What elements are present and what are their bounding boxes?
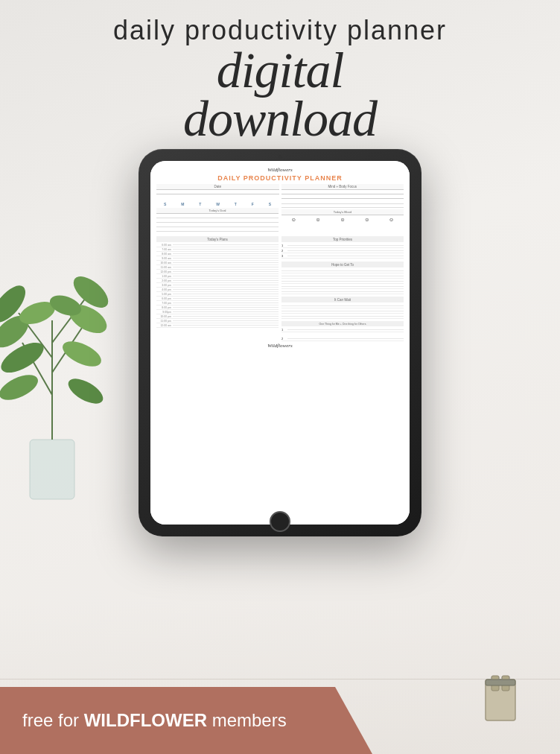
priority-row-1: 1 — [281, 243, 404, 248]
title-script-line1: digital — [0, 46, 560, 95]
svg-rect-19 — [486, 679, 515, 685]
days-row: S M T W T F S — [156, 202, 279, 206]
goal-line-4 — [156, 228, 279, 232]
mood-face-1: ☺ — [291, 217, 296, 222]
priorities-column: Top Priorities 1 2 3 Hope to Get To It C… — [281, 235, 404, 341]
hope-row-1 — [281, 268, 404, 273]
one-thing-header: One Thing for Me + One thing for Others — [281, 321, 404, 326]
mind-body-label: Mind + Body Focus — [281, 184, 404, 190]
day-f: F — [252, 202, 254, 206]
plans-priorities-section: Today's Plans 6:00 am 7:00 am 8:00 am 9:… — [156, 235, 404, 341]
mood-faces: ☺ ☺ ☺ ☺ ☺ — [281, 217, 404, 222]
title-script: digital download — [0, 46, 560, 142]
hope-row-3 — [281, 279, 404, 284]
time-row-1200am: 12:00 am — [156, 323, 279, 328]
day-m: M — [181, 202, 184, 206]
day-t1: T — [199, 202, 201, 206]
planner-main-title: DAILY PRODUCTIVITY PLANNER — [156, 174, 404, 182]
date-label: Date — [156, 184, 279, 190]
todays-goal-label: Today's Goal — [156, 208, 279, 214]
day-s2: S — [269, 202, 271, 206]
banner-text-highlight: WILDFLOWER — [84, 710, 207, 730]
mood-section: Today's Mood ☺ ☺ ☺ ☺ ☺ — [281, 200, 404, 232]
day-s1: S — [164, 202, 166, 206]
goal-line-3 — [156, 224, 279, 227]
svg-point-15 — [64, 374, 106, 409]
svg-point-14 — [0, 370, 42, 405]
todays-plans-header: Today's Plans — [156, 236, 279, 242]
hope-row-5 — [281, 289, 404, 294]
date-field: Date — [156, 184, 279, 199]
mood-face-5: ☺ — [389, 217, 394, 222]
ipad-camera — [279, 155, 282, 159]
goal-line-1 — [156, 215, 279, 218]
it-can-wait-header: It Can Wait — [281, 297, 404, 302]
top-priorities-header: Top Priorities — [281, 236, 404, 242]
ipad-outer-frame: Wildflowers DAILY PRODUCTIVITY PLANNER D… — [139, 149, 421, 536]
priority-row-3: 3 — [281, 253, 404, 259]
one-thing-row-2: 2 — [281, 336, 404, 341]
planner-content: Wildflowers DAILY PRODUCTIVITY PLANNER D… — [150, 161, 410, 525]
mood-face-2: ☺ — [316, 217, 321, 222]
wait-row-2 — [281, 308, 404, 314]
bottom-banner[interactable]: free for WILDFLOWER members — [0, 687, 372, 754]
planner-top-fields: Date Mind + Body Focus — [156, 184, 404, 199]
title-area: daily productivity planner digital downl… — [0, 15, 560, 142]
banner-text-suffix: members — [207, 710, 287, 730]
wait-row-1 — [281, 303, 404, 308]
todays-mood-label: Today's Mood — [281, 209, 404, 215]
planner-brand: Wildflowers — [156, 167, 404, 173]
banner-text: free for WILDFLOWER members — [22, 710, 287, 731]
day-t2: T — [235, 202, 237, 206]
title-script-line2: download — [0, 95, 560, 143]
days-goal-section: S M T W T F S Today's Goal — [156, 200, 404, 232]
ipad-home-button — [270, 511, 290, 532]
ipad-device: Wildflowers DAILY PRODUCTIVITY PLANNER D… — [139, 149, 421, 536]
goal-line-2 — [156, 219, 279, 223]
one-thing-row-1: 1 — [281, 327, 404, 332]
mood-face-3: ☺ — [340, 217, 345, 222]
hope-to-get-to-header: Hope to Get To — [281, 262, 404, 267]
day-w: W — [216, 202, 220, 206]
priority-row-2: 2 — [281, 248, 404, 253]
plant-decoration — [0, 209, 141, 507]
mind-body-field: Mind + Body Focus — [281, 184, 404, 199]
hope-row-2 — [281, 273, 404, 279]
mood-face-4: ☺ — [364, 217, 369, 222]
plans-column: Today's Plans 6:00 am 7:00 am 8:00 am 9:… — [156, 235, 279, 341]
hope-row-4 — [281, 284, 404, 289]
svg-point-13 — [59, 336, 105, 371]
wait-row-3 — [281, 314, 404, 319]
banner-text-prefix: free for — [22, 710, 84, 730]
planner-brand-bottom: Wildflowers — [156, 343, 404, 349]
clip-decoration — [471, 665, 530, 724]
days-goal-left: S M T W T F S Today's Goal — [156, 200, 279, 232]
svg-rect-0 — [30, 440, 74, 499]
ipad-screen: Wildflowers DAILY PRODUCTIVITY PLANNER D… — [150, 161, 410, 525]
